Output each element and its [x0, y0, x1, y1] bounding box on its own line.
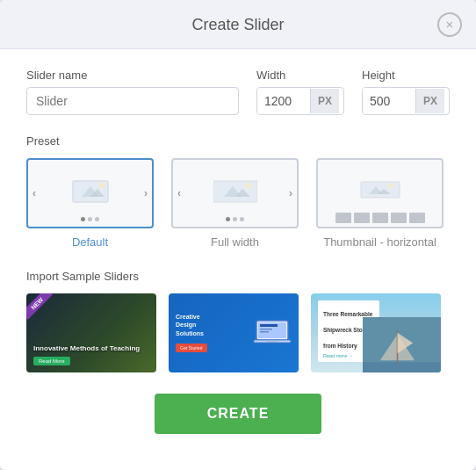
preset-name-thumbnail: Thumbnail - horizontal [323, 235, 436, 249]
preset-section: Preset ‹ › [26, 134, 450, 249]
new-badge-wrapper: NEW [26, 293, 58, 325]
svg-rect-16 [260, 324, 278, 327]
filmstrip-item-4 [391, 213, 407, 223]
dot-3 [240, 217, 244, 221]
sample-grid: NEW Innovative Methods of Teaching Read … [26, 293, 450, 372]
close-button[interactable]: × [437, 12, 462, 37]
height-input[interactable] [363, 88, 415, 114]
preset-thumb-fullwidth[interactable]: ‹ › [171, 158, 299, 228]
preset-thumb-thumbnail[interactable] [316, 158, 444, 228]
sample-section: Import Sample Sliders NEW Innovative Met… [26, 270, 450, 372]
preset-dots-fullwidth [226, 217, 244, 221]
slider-name-input[interactable] [26, 87, 239, 115]
sample-1-button: Read More [33, 357, 70, 365]
dot-1 [81, 217, 85, 221]
svg-rect-15 [266, 340, 278, 342]
height-group: Height PX [362, 69, 450, 115]
boat-svg [363, 317, 441, 372]
svg-point-11 [388, 184, 393, 188]
dot-1 [226, 217, 230, 221]
filmstrip-item-3 [372, 213, 388, 223]
preset-mountain-icon-default [69, 177, 112, 209]
sample-2-content: CreativeDesignSolutions Get Started [169, 293, 299, 372]
width-label: Width [256, 69, 344, 82]
preset-grid: ‹ › Defaul [26, 158, 450, 249]
create-button[interactable]: CREATE [155, 394, 322, 434]
sample-2-title: CreativeDesignSolutions [176, 313, 246, 336]
preset-thumb-default[interactable]: ‹ › [26, 158, 154, 228]
sample-section-label: Import Sample Sliders [26, 270, 450, 283]
sample-item-3[interactable]: Three Remarkable Shipwreck Stories from … [311, 293, 441, 372]
height-unit: PX [415, 89, 444, 113]
preset-name-fullwidth: Full width [211, 235, 259, 249]
preset-nav-right-fullwidth: › [289, 187, 292, 199]
sample-2-text: CreativeDesignSolutions Get Started [176, 313, 246, 352]
preset-nav-right-default: › [144, 187, 148, 199]
form-row: Slider name Width PX Height PX [26, 69, 450, 115]
preset-mountain-icon-thumbnail [358, 177, 402, 209]
create-button-row: CREATE [26, 394, 450, 434]
svg-point-3 [99, 183, 105, 188]
svg-rect-21 [363, 362, 441, 372]
preset-item-fullwidth[interactable]: ‹ › Full w [171, 158, 299, 249]
width-group: Width PX [256, 69, 344, 115]
slider-name-label: Slider name [26, 69, 239, 82]
width-input[interactable] [257, 88, 310, 114]
width-input-wrapper: PX [256, 87, 344, 115]
preset-section-label: Preset [26, 134, 450, 148]
modal-body: Slider name Width PX Height PX Preset [0, 49, 476, 443]
dot-2 [233, 217, 237, 221]
filmstrip-item-5 [409, 213, 425, 223]
preset-name-default: Default [72, 235, 108, 249]
preset-mountain-icon-fullwidth [213, 177, 257, 209]
slider-name-group: Slider name [26, 69, 239, 115]
new-badge: NEW [26, 293, 53, 320]
filmstrip [335, 213, 425, 223]
height-input-wrapper: PX [362, 87, 450, 115]
create-slider-modal: Create Slider × Slider name Width PX Hei… [0, 0, 476, 470]
sample-item-1[interactable]: NEW Innovative Methods of Teaching Read … [26, 293, 156, 372]
preset-nav-left-default: ‹ [32, 187, 36, 199]
preset-dots-default [81, 217, 99, 221]
dot-3 [95, 217, 99, 221]
filmstrip-item-1 [335, 213, 351, 223]
sample-3-content: Three Remarkable Shipwreck Stories from … [311, 293, 441, 372]
height-label: Height [362, 69, 450, 82]
preset-nav-left-fullwidth: ‹ [177, 187, 181, 199]
modal-header: Create Slider × [0, 0, 476, 49]
sample-2-button: Get Started [176, 343, 207, 352]
laptop-icon [253, 319, 292, 347]
filmstrip-item-2 [354, 213, 370, 223]
boat-area [363, 317, 441, 372]
sample-item-2[interactable]: CreativeDesignSolutions Get Started [169, 293, 299, 372]
preset-item-default[interactable]: ‹ › Defaul [26, 158, 154, 249]
width-unit: PX [310, 89, 339, 113]
svg-rect-18 [260, 331, 269, 333]
svg-point-7 [246, 183, 251, 188]
svg-rect-17 [260, 329, 272, 330]
svg-rect-8 [361, 182, 400, 198]
modal-title: Create Slider [191, 16, 284, 33]
sample-1-content: NEW Innovative Methods of Teaching Read … [26, 293, 156, 372]
dot-2 [88, 217, 92, 221]
preset-item-thumbnail[interactable]: Thumbnail - horizontal [316, 158, 444, 249]
sample-1-title: Innovative Methods of Teaching [33, 344, 149, 353]
